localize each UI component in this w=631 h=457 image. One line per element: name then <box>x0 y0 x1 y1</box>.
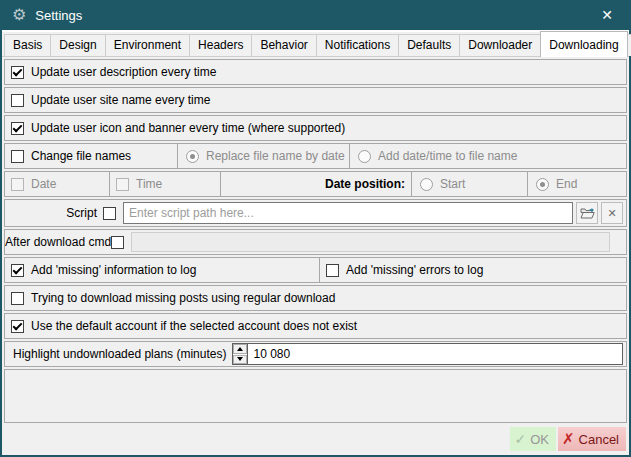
ok-button-label: OK <box>530 432 549 447</box>
update-description-checkbox[interactable] <box>11 66 24 79</box>
cancel-button[interactable]: ✗ Cancel <box>558 427 626 451</box>
date-label: Date <box>31 177 56 191</box>
missing-errors-label: Add 'missing' errors to log <box>346 263 483 277</box>
tab-headers[interactable]: Headers <box>189 34 252 56</box>
after-download-cmd-label: After download cmd <box>5 235 105 249</box>
dialog-button-bar: ✓ OK ✗ Cancel <box>2 425 629 455</box>
update-icon-banner-label: Update user icon and banner every time (… <box>31 121 345 135</box>
settings-window: ⚙ Settings ✕ Basis Design Environment He… <box>0 0 631 457</box>
default-account-checkbox[interactable] <box>11 320 24 333</box>
add-datetime-radio[interactable] <box>358 150 371 163</box>
replace-by-date-label: Replace file name by date <box>206 149 345 163</box>
browse-script-button[interactable] <box>576 202 598 224</box>
script-label: Script <box>5 206 97 220</box>
tab-environment[interactable]: Environment <box>105 34 190 56</box>
option-row: Use the default account if the selected … <box>4 313 627 339</box>
missing-log-row: Add 'missing' information to log Add 'mi… <box>4 257 627 283</box>
start-label: Start <box>440 177 465 191</box>
spinner-up-icon[interactable] <box>233 344 247 354</box>
option-row: Update user icon and banner every time (… <box>4 115 627 141</box>
tab-basis[interactable]: Basis <box>4 34 51 56</box>
option-row: Trying to download missing posts using r… <box>4 285 627 311</box>
clear-x-icon: ✕ <box>607 207 616 220</box>
after-download-cmd-input <box>131 232 610 252</box>
time-checkbox <box>116 178 129 191</box>
add-datetime-label: Add date/time to file name <box>378 149 517 163</box>
date-position-row: Date Time Date position: Start End <box>4 171 627 197</box>
missing-info-checkbox[interactable] <box>11 264 24 277</box>
after-download-cmd-row: After download cmd <box>4 229 627 255</box>
start-radio <box>420 178 433 191</box>
tab-design[interactable]: Design <box>50 34 105 56</box>
cancel-button-label: Cancel <box>579 432 619 447</box>
tab-bar: Basis Design Environment Headers Behavio… <box>2 30 629 57</box>
script-checkbox[interactable] <box>103 207 116 220</box>
tab-downloader[interactable]: Downloader <box>459 34 541 56</box>
date-checkbox <box>11 178 24 191</box>
script-row: Script ✕ <box>4 199 627 227</box>
file-names-row: Change file names Replace file name by d… <box>4 143 627 169</box>
missing-info-label: Add 'missing' information to log <box>31 263 196 277</box>
time-label: Time <box>136 177 162 191</box>
end-radio <box>536 178 549 191</box>
open-folder-icon <box>580 207 595 220</box>
highlight-plans-row: Highlight undownloaded plans (minutes) <box>4 341 627 367</box>
tab-defaults[interactable]: Defaults <box>398 34 460 56</box>
ok-check-icon: ✓ <box>514 431 526 447</box>
close-button[interactable]: ✕ <box>595 5 619 25</box>
update-site-name-label: Update user site name every time <box>31 93 210 107</box>
downloading-tab-content: Update user description every time Updat… <box>2 57 629 425</box>
clear-script-button[interactable]: ✕ <box>601 202 623 224</box>
highlight-plans-input[interactable] <box>248 343 623 365</box>
option-row: Update user site name every time <box>4 87 627 113</box>
highlight-plans-label: Highlight undownloaded plans (minutes) <box>5 347 226 361</box>
change-file-names-label: Change file names <box>31 149 131 163</box>
titlebar: ⚙ Settings ✕ <box>2 0 629 30</box>
window-title: Settings <box>35 8 82 23</box>
regular-download-checkbox[interactable] <box>11 292 24 305</box>
cancel-x-icon: ✗ <box>562 430 575 448</box>
update-icon-banner-checkbox[interactable] <box>11 122 24 135</box>
ok-button[interactable]: ✓ OK <box>510 427 556 451</box>
highlight-plans-spinner <box>232 343 623 365</box>
option-row: Update user description every time <box>4 59 627 85</box>
tab-downloading[interactable]: Downloading <box>540 31 627 57</box>
replace-by-date-radio[interactable] <box>186 150 199 163</box>
missing-errors-checkbox[interactable] <box>326 264 339 277</box>
script-path-input[interactable] <box>123 202 573 224</box>
update-description-label: Update user description every time <box>31 65 216 79</box>
tab-notifications[interactable]: Notifications <box>316 34 399 56</box>
tab-behavior[interactable]: Behavior <box>251 34 316 56</box>
gear-icon: ⚙ <box>12 7 26 23</box>
default-account-label: Use the default account if the selected … <box>31 319 357 333</box>
date-position-label: Date position: <box>325 177 405 191</box>
after-download-cmd-checkbox[interactable] <box>111 236 124 249</box>
spinner-down-icon[interactable] <box>233 355 247 365</box>
empty-panel <box>4 369 627 423</box>
regular-download-label: Trying to download missing posts using r… <box>31 291 335 305</box>
change-file-names-checkbox[interactable] <box>11 150 24 163</box>
end-label: End <box>556 177 577 191</box>
update-site-name-checkbox[interactable] <box>11 94 24 107</box>
